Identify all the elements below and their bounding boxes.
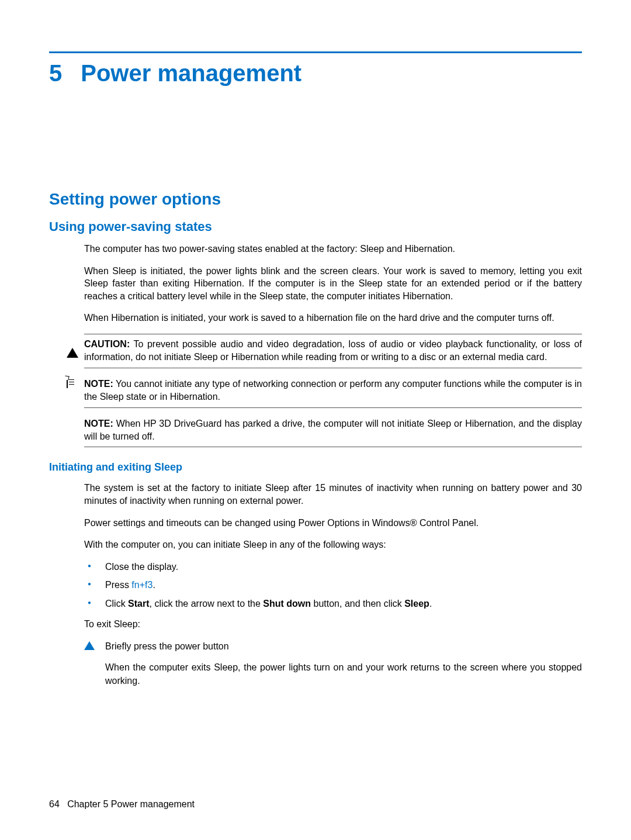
- list-item: Close the display.: [84, 561, 582, 573]
- caution-icon: [67, 337, 79, 350]
- note-text: You cannot initiate any type of networki…: [84, 379, 582, 402]
- note-label: NOTE:: [84, 419, 113, 428]
- keyboard-shortcut-link: fn+f3: [131, 580, 152, 590]
- list-item: Press fn+f3.: [84, 579, 582, 592]
- body-paragraph: The system is set at the factory to init…: [84, 482, 582, 507]
- body-paragraph: With the computer on, you can initiate S…: [84, 538, 582, 551]
- note-callout: NOTE: When HP 3D DriveGuard has parked a…: [84, 414, 582, 448]
- ui-label-start: Start: [128, 599, 149, 609]
- chapter-number: 5: [49, 61, 62, 85]
- list-item-text: , click the arrow next to the: [150, 599, 264, 609]
- list-item-text: button, and then click: [311, 599, 404, 609]
- step-marker-icon: [84, 641, 95, 650]
- chapter-heading: 5 Power management: [49, 61, 582, 85]
- list-item-text: .: [152, 580, 155, 590]
- section-heading: Setting power options: [49, 190, 582, 209]
- step-text: Briefly press the power button: [105, 641, 229, 651]
- step-sub-paragraph: When the computer exits Sleep, the power…: [105, 661, 582, 687]
- subsubsection-heading-sleep: Initiating and exiting Sleep: [49, 461, 582, 473]
- ui-label-shutdown: Shut down: [263, 599, 311, 609]
- list-item-text: Close the display.: [105, 562, 178, 572]
- body-paragraph: The computer has two power-saving states…: [84, 243, 582, 255]
- caution-text: To prevent possible audio and video degr…: [84, 339, 582, 362]
- body-paragraph: Power settings and timeouts can be chang…: [84, 517, 582, 530]
- body-paragraph: When Sleep is initiated, the power light…: [84, 265, 582, 303]
- subsection-heading-power-saving: Using power-saving states: [49, 219, 582, 234]
- list-item-text: .: [429, 599, 432, 609]
- caution-callout: CAUTION: To prevent possible audio and v…: [84, 334, 582, 368]
- page-number: 64: [49, 799, 60, 809]
- body-paragraph: To exit Sleep:: [84, 618, 582, 631]
- bullet-list: Close the display. Press fn+f3. Click St…: [84, 561, 582, 610]
- body-paragraph: When Hibernation is initiated, your work…: [84, 312, 582, 324]
- chapter-title: Power management: [81, 61, 301, 85]
- list-item-text: Press: [105, 580, 131, 590]
- note-icon: [67, 376, 79, 389]
- list-item: Click Start, click the arrow next to the…: [84, 597, 582, 610]
- note-label: NOTE:: [84, 379, 113, 389]
- chapter-rule: [49, 51, 582, 53]
- note-callout: NOTE: You cannot initiate any type of ne…: [84, 374, 582, 408]
- ui-label-sleep: Sleep: [404, 599, 429, 609]
- list-item-text: Click: [105, 599, 128, 609]
- page-footer: 64 Chapter 5 Power management: [49, 799, 195, 810]
- step-item: Briefly press the power button: [84, 640, 582, 653]
- note-text: When HP 3D DriveGuard has parked a drive…: [84, 419, 582, 441]
- caution-label: CAUTION:: [84, 339, 130, 349]
- footer-chapter-ref: Chapter 5 Power management: [67, 799, 195, 809]
